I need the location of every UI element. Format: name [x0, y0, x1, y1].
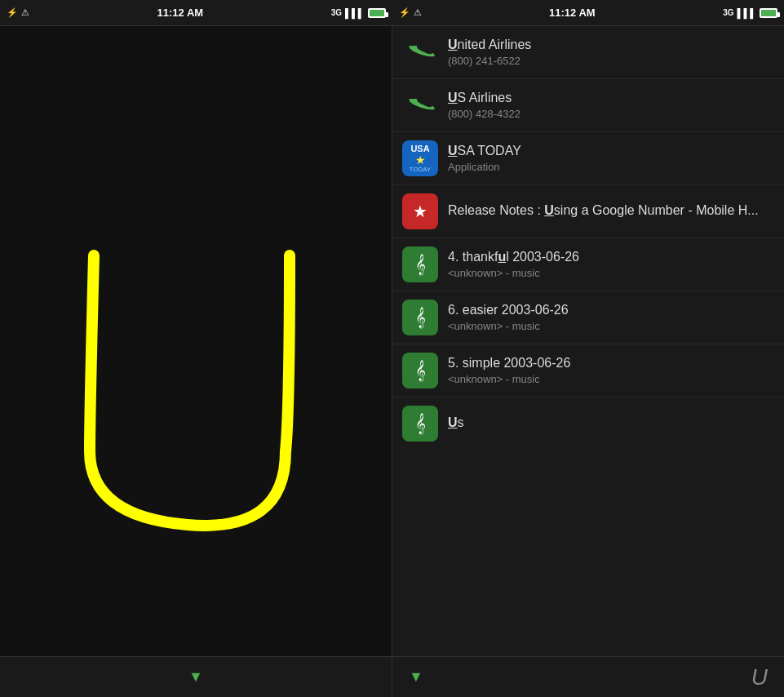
drawn-letter-svg	[0, 26, 392, 656]
drawing-area[interactable]	[0, 26, 392, 656]
usa-today-icon: USA ★ TODAY	[402, 140, 438, 176]
status-bars: ⚡ ⚠ 11:12 AM 3G ▌▌▌ ⚡ ⚠ 11:12 AM 3G ▌▌▌	[0, 0, 784, 26]
result-title-united: United Airlines	[448, 38, 774, 52]
results-list: United Airlines (800) 241-6522 US Airlin…	[392, 26, 784, 656]
main-content: ▼ United Airlines (800) 241-6522	[0, 26, 784, 697]
bookmark-star-icon: ★	[413, 202, 427, 221]
music-note-icon-simple: 𝄞	[415, 360, 426, 381]
title-thankful-prefix: 4. thankf	[448, 250, 498, 264]
result-item-simple[interactable]: 𝄞 5. simple 2003-06-26 <unknown> - music	[392, 344, 784, 397]
music-icon-easier: 𝄞	[402, 300, 438, 335]
highlight-thankful: u	[498, 250, 506, 264]
results-bottom-bar: ▼ U	[392, 656, 784, 697]
result-item-united-airlines[interactable]: United Airlines (800) 241-6522	[392, 26, 784, 79]
result-subtitle-united: (800) 241-6522	[448, 55, 774, 67]
result-text-simple: 5. simple 2003-06-26 <unknown> - music	[448, 356, 774, 385]
bookmark-icon: ★	[402, 193, 438, 229]
result-subtitle-simple: <unknown> - music	[448, 373, 774, 385]
result-title-thankful: 4. thankful 2003-06-26	[448, 250, 774, 264]
result-subtitle-easier: <unknown> - music	[448, 320, 774, 332]
title-rest-united: nited Airlines	[458, 38, 532, 51]
3g-icon-left: 3G	[331, 8, 342, 17]
result-text-usa-today: USA TODAY Application	[448, 144, 774, 173]
result-subtitle-us: (800) 428-4322	[448, 108, 774, 120]
result-title-release-notes: Release Notes : Using a Google Number - …	[448, 203, 774, 218]
phone-icon-united	[402, 34, 438, 70]
result-item-release-notes[interactable]: ★ Release Notes : Using a Google Number …	[392, 185, 784, 238]
right-status-bar: ⚡ ⚠ 11:12 AM 3G ▌▌▌	[392, 0, 785, 26]
phone-svg-us	[405, 91, 435, 120]
left-status-right-icons: 3G ▌▌▌	[331, 8, 386, 18]
result-subtitle-thankful: <unknown> - music	[448, 267, 774, 279]
right-status-right-icons: 3G ▌▌▌	[723, 8, 777, 18]
scroll-down-arrow-right: ▼	[409, 668, 423, 686]
result-item-thankful[interactable]: 𝄞 4. thankful 2003-06-26 <unknown> - mus…	[392, 238, 784, 291]
result-text-release-notes: Release Notes : Using a Google Number - …	[448, 203, 774, 220]
highlight-us-partial: U	[448, 415, 458, 429]
drawing-panel: ▼	[0, 26, 392, 697]
title-simple-prefix: 5. simple 2003-06-26	[448, 356, 570, 370]
highlight-united: U	[448, 38, 458, 51]
3g-icon-right: 3G	[723, 8, 733, 17]
result-title-usa-today: USA TODAY	[448, 144, 774, 158]
usa-today-inner: USA ★ TODAY	[402, 140, 438, 176]
title-rest-thankful: l 2003-06-26	[506, 250, 579, 264]
title-release-prefix: Release Notes :	[448, 203, 544, 217]
music-icon-thankful: 𝄞	[402, 246, 438, 282]
scroll-down-arrow-left: ▼	[188, 668, 203, 686]
music-note-icon-partial: 𝄞	[415, 413, 426, 434]
result-item-easier[interactable]: 𝄞 6. easier 2003-06-26 <unknown> - music	[392, 291, 784, 344]
music-icon-us-partial: 𝄞	[402, 406, 438, 442]
usa-today-subtext: TODAY	[410, 166, 432, 173]
result-title-simple: 5. simple 2003-06-26	[448, 356, 774, 371]
result-title-easier: 6. easier 2003-06-26	[448, 303, 774, 317]
result-text-united: United Airlines (800) 241-6522	[448, 38, 774, 67]
music-note-icon-easier: 𝄞	[415, 307, 426, 328]
highlight-usa: U	[448, 144, 458, 158]
phone-icon-us	[402, 87, 438, 123]
result-title-us: US Airlines	[448, 91, 774, 105]
music-note-icon-thankful: 𝄞	[415, 254, 426, 275]
phone-svg-united	[405, 38, 435, 67]
warning-icon-left: ⚠	[21, 7, 29, 18]
usa-today-star: ★	[415, 153, 426, 166]
right-status-icons: ⚡ ⚠	[399, 7, 422, 18]
battery-icon-left	[368, 8, 386, 18]
result-item-us-airlines[interactable]: US Airlines (800) 428-4322	[392, 79, 784, 132]
result-item-us-partial[interactable]: 𝄞 Us	[392, 397, 784, 450]
highlight-us: U	[448, 91, 458, 104]
result-text-thankful: 4. thankful 2003-06-26 <unknown> - music	[448, 250, 774, 279]
signal-icon-right: ▌▌▌	[737, 8, 756, 18]
signal-icon-left: ▌▌▌	[345, 8, 364, 18]
warning-icon-right: ⚠	[414, 7, 422, 18]
usa-today-text: USA	[410, 144, 429, 153]
title-easier-prefix: 6. easier 2003-06-26	[448, 303, 569, 317]
result-item-usa-today[interactable]: USA ★ TODAY USA TODAY Application	[392, 132, 784, 185]
result-text-easier: 6. easier 2003-06-26 <unknown> - music	[448, 303, 774, 332]
music-icon-simple: 𝄞	[402, 353, 438, 388]
right-time: 11:12 AM	[549, 7, 596, 19]
result-text-us-partial: Us	[448, 415, 774, 433]
stroke-preview: U	[751, 664, 768, 690]
title-rest-usa: SA TODAY	[458, 144, 521, 158]
left-time: 11:12 AM	[157, 7, 204, 19]
left-status-icons: ⚡ ⚠	[7, 7, 29, 18]
result-title-us-partial: Us	[448, 415, 774, 430]
battery-icon-right	[760, 8, 777, 18]
title-rest-us: S Airlines	[458, 91, 512, 104]
left-status-bar: ⚡ ⚠ 11:12 AM 3G ▌▌▌	[0, 0, 392, 26]
title-rest-us-partial: s	[458, 415, 464, 429]
drawing-bottom-bar: ▼	[0, 656, 392, 697]
usb-icon-left: ⚡	[7, 7, 18, 18]
title-rest-release: sing a Google Number - Mobile H...	[554, 203, 759, 217]
highlight-release: U	[544, 203, 554, 217]
results-panel: United Airlines (800) 241-6522 US Airlin…	[392, 26, 784, 697]
usb-icon-right: ⚡	[399, 7, 410, 18]
result-text-us: US Airlines (800) 428-4322	[448, 91, 774, 120]
result-subtitle-usa-today: Application	[448, 161, 774, 173]
